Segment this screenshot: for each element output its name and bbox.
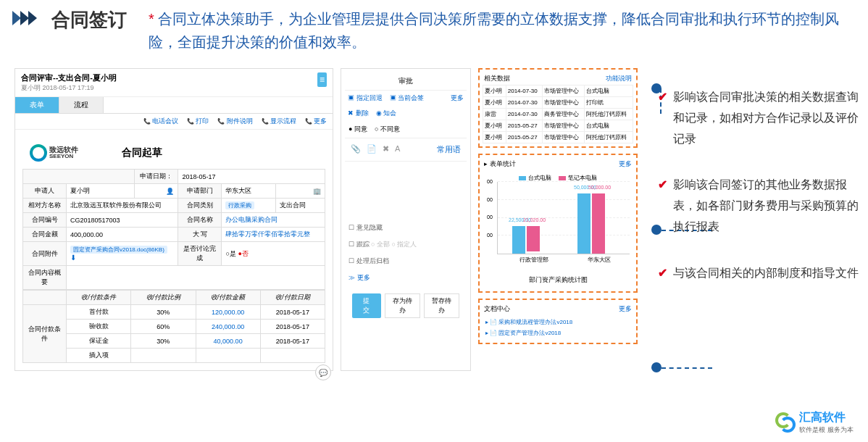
btn-pause[interactable]: 暂存待办 xyxy=(424,293,459,318)
annotation-1: ✔影响该合同审批决策的相关数据查询和记录，如相对方合作记录以及评价记录 xyxy=(658,87,861,149)
related-title: 相关数据 xyxy=(484,74,510,83)
related-table: 夏小明2014-07-30市场管理中心台式电脑 夏小明2014-07-30市场管… xyxy=(483,85,633,143)
common-phrase[interactable]: 常用语 xyxy=(437,144,461,155)
font-icon[interactable]: A xyxy=(395,144,400,155)
tool-attach[interactable]: 附件说明 xyxy=(217,117,252,126)
act-more[interactable]: 更多 xyxy=(451,93,464,103)
radio-yes[interactable]: ○是 xyxy=(225,250,235,257)
form-title: 合同起草 xyxy=(122,146,162,159)
page-title: 合同签订 xyxy=(51,7,127,33)
radio-disagree[interactable]: ○ 不同意 xyxy=(375,125,400,134)
tool-flow[interactable]: 显示流程 xyxy=(262,117,296,126)
btn-submit[interactable]: 提交 xyxy=(352,293,381,318)
chart-more[interactable]: 更多 xyxy=(619,159,632,169)
doc-link[interactable]: ▸ 📄 固定资产管理办法v2018 xyxy=(484,328,632,338)
radio-agree[interactable]: ● 同意 xyxy=(349,125,367,134)
radio-no[interactable]: ●否 xyxy=(238,250,248,257)
tool-more[interactable]: 更多 xyxy=(305,117,327,126)
docs-title: 文档中心 xyxy=(484,304,510,314)
doc-link[interactable]: ▸ 📄 采购和规流程管理办法v2018 xyxy=(484,317,632,328)
chat-icon[interactable]: 💬 xyxy=(315,364,331,380)
tool-call[interactable]: 电话会议 xyxy=(143,117,178,126)
related-data-box: 相关数据功能说明 夏小明2014-07-30市场管理中心台式电脑 夏小明2014… xyxy=(478,68,638,148)
annotation-2: ✔影响该合同签订的其他业务数据报表，如各部门财务费用与采购预算的执行报表 xyxy=(658,175,861,237)
header-arrows xyxy=(14,11,37,25)
form-toolbar: 电话会议 打印 附件说明 显示流程 更多 xyxy=(15,114,333,130)
link-more[interactable]: ≫ 更多 xyxy=(345,270,467,286)
form-timestamp: 夏小明 2018-05-17 17:19 xyxy=(21,83,327,93)
tab-flow[interactable]: 流程 xyxy=(59,97,104,113)
download-icon[interactable]: ⬇ xyxy=(70,254,76,262)
x-icon[interactable]: ✖ xyxy=(383,144,389,155)
docs-more[interactable]: 更多 xyxy=(619,304,632,314)
approval-title: 审批 xyxy=(345,72,467,91)
bar-chart: 00 00 00 00 22,500.00 21,020.00 行政管理部 50… xyxy=(497,182,630,254)
seeyon-logo: 致远软件SEEYON xyxy=(30,144,78,162)
chk-track[interactable]: ☐ 跟踪 xyxy=(349,241,370,248)
act-return[interactable]: ▣ 指定回退 xyxy=(348,93,383,103)
doc-icon[interactable]: 📄 xyxy=(367,144,377,155)
tool-print[interactable]: 打印 xyxy=(187,117,209,126)
form-header-title: 合同评审--支出合同-夏小明 xyxy=(21,72,327,83)
docs-box: 文档中心更多 ▸ 📄 采购和规流程管理办法v2018 ▸ 📄 固定资产管理办法v… xyxy=(478,299,638,344)
stack-icon[interactable]: ≡ xyxy=(317,72,327,87)
act-cosign[interactable]: ▣ 当前会签 xyxy=(390,93,425,103)
attachment-file[interactable]: 固定资产采购合同v2018.doc(86KB) xyxy=(70,246,167,254)
footer-brand: 汇高软件软件是根 服务为本 xyxy=(775,410,854,435)
btn-save[interactable]: 存为待办 xyxy=(385,293,420,318)
tab-form[interactable]: 表单 xyxy=(15,97,59,113)
act-delete[interactable]: ✖ 删除 xyxy=(348,109,369,118)
annotation-3: ✔与该合同相关的内部制度和指导文件 xyxy=(658,263,861,284)
contract-form-panel: ≡ 合同评审--支出合同-夏小明 夏小明 2018-05-17 17:19 表单… xyxy=(14,68,333,371)
act-notify[interactable]: ◉ 知会 xyxy=(376,109,397,118)
related-func[interactable]: 功能说明 xyxy=(606,74,632,83)
chk-archive[interactable]: ☐ 处理后归档 xyxy=(349,257,389,264)
clip-icon[interactable]: 📎 xyxy=(351,144,361,155)
chart-title: 部门资产采购统计图 xyxy=(483,272,633,288)
chk-hide[interactable]: ☐ 意见隐藏 xyxy=(349,224,383,231)
page-subtitle: *合同立体决策助手，为企业管理层提供合同决策所需要的立体数据支撑，降低合同审批和… xyxy=(149,7,854,54)
approval-panel: 审批 ▣ 指定回退▣ 当前会签更多 ✖ 删除◉ 知会 ● 同意○ 不同意 📎 📄… xyxy=(341,68,471,371)
chart-box: ▸ 表单统计更多 台式电脑 笔记本电脑 00 00 00 00 22,500.0… xyxy=(478,154,638,293)
